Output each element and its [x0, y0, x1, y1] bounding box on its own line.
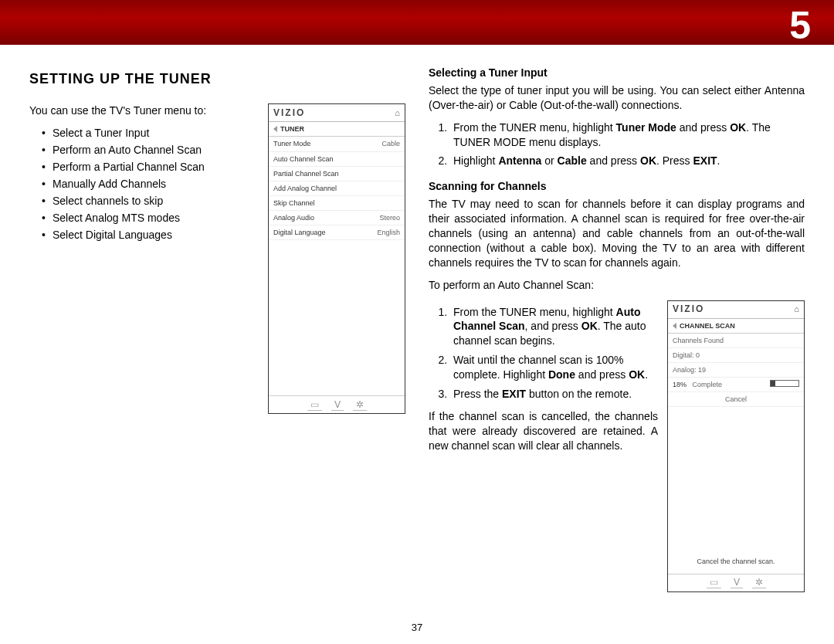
- chapter-number: 5: [789, 0, 811, 53]
- intro-text: You can use the TV's Tuner menu to:: [29, 103, 259, 118]
- steps-list: From the TUNER menu, highlight Auto Chan…: [429, 305, 658, 402]
- step-item: Wait until the channel scan is 100% comp…: [450, 353, 658, 382]
- menu-row-label: Analog Audio: [273, 213, 314, 222]
- page-heading: SETTING UP THE TUNER: [29, 69, 405, 88]
- section-heading: Selecting a Tuner Input: [429, 66, 805, 80]
- step-item: Highlight Antenna or Cable and press OK.…: [450, 154, 805, 168]
- menu-row-label: Channels Found: [673, 336, 724, 345]
- step-item: From the TUNER menu, highlight Auto Chan…: [450, 305, 658, 349]
- list-item: Manually Add Channels: [42, 177, 259, 192]
- brand-logo: VIZIO: [273, 107, 305, 119]
- v-icon: Ⅴ: [331, 399, 344, 411]
- cancel-row: Cancel: [668, 392, 804, 407]
- menu-row-label: Tuner Mode: [273, 139, 310, 148]
- menu-row-value: Stereo: [379, 213, 400, 222]
- header-bar: 5: [0, 0, 834, 45]
- step-item: From the TUNER menu, highlight Tuner Mod…: [450, 120, 805, 150]
- page-number: 37: [0, 621, 834, 635]
- menu-row-value: Cable: [381, 139, 400, 148]
- brand-logo: VIZIO: [673, 303, 704, 315]
- list-item: Select channels to skip: [42, 194, 259, 208]
- section-heading: Scanning for Channels: [429, 179, 805, 194]
- menu-title: CHANNEL SCAN: [680, 321, 735, 330]
- menu-row-label: Add Analog Channel: [273, 184, 337, 193]
- home-icon: ⌂: [395, 107, 400, 119]
- wide-icon: ▭: [307, 399, 322, 411]
- progress-row: 18% Complete: [668, 378, 804, 392]
- gear-icon: ✲: [752, 577, 766, 588]
- menu-title: TUNER: [280, 124, 304, 134]
- menu-row-label: Digital Language: [273, 228, 326, 237]
- progress-bar: [770, 380, 799, 387]
- steps-list: From the TUNER menu, highlight Tuner Mod…: [429, 120, 805, 169]
- menu-row-label: Analog: 19: [673, 365, 706, 375]
- section-intro: Select the type of tuner input you will …: [429, 83, 805, 113]
- menu-row-value: English: [377, 228, 400, 237]
- list-item: Select Analog MTS modes: [42, 211, 259, 225]
- list-item: Select a Tuner Input: [42, 126, 259, 141]
- v-icon: Ⅴ: [731, 577, 743, 588]
- list-item: Select Digital Languages: [42, 228, 259, 242]
- gear-icon: ✲: [353, 399, 367, 411]
- feature-bullet-list: Select a Tuner Input Perform an Auto Cha…: [42, 126, 259, 242]
- menu-row-label: Auto Channel Scan: [273, 154, 334, 164]
- wide-icon: ▭: [707, 577, 721, 588]
- menu-row-label: Skip Channel: [273, 198, 315, 208]
- list-item: Perform a Partial Channel Scan: [42, 160, 259, 175]
- note-text: If the channel scan is cancelled, the ch…: [429, 409, 658, 453]
- back-icon: [273, 126, 277, 132]
- menu-row-label: Digital: 0: [673, 351, 700, 360]
- tuner-menu-screenshot: VIZIO ⌂ TUNER Tuner ModeCable Auto Chann…: [268, 103, 405, 414]
- list-item: Perform an Auto Channel Scan: [42, 143, 259, 158]
- step-item: Press the EXIT button on the remote.: [450, 387, 658, 402]
- lead-text: To perform an Auto Channel Scan:: [429, 278, 805, 293]
- screen-note: Cancel the channel scan.: [668, 554, 804, 569]
- back-icon: [673, 323, 676, 329]
- section-intro: The TV may need to scan for channels bef…: [429, 197, 805, 269]
- home-icon: ⌂: [794, 303, 799, 315]
- channel-scan-screenshot: VIZIO ⌂ CHANNEL SCAN Channels Found Digi…: [667, 300, 805, 592]
- menu-row-label: Partial Channel Scan: [273, 169, 339, 178]
